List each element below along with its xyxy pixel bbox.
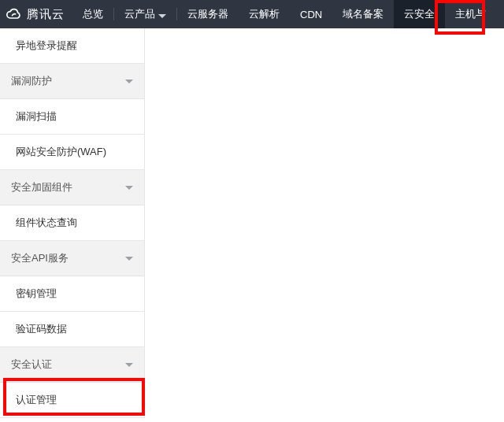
sidebar-item-label: 漏洞扫描 [16, 109, 57, 124]
chevron-down-icon [125, 186, 133, 190]
top-nav: 腾讯云 总览 云产品 云服务器 云解析 CDN 域名备案 云安全 主机与 [0, 0, 504, 28]
nav-items: 总览 云产品 云服务器 云解析 CDN 域名备案 云安全 主机与 [72, 0, 486, 28]
sidebar-item-label: 认证管理 [16, 393, 57, 407]
sidebar-group-vuln[interactable]: 漏洞防护 [0, 64, 144, 99]
sidebar-item-label: 密钥管理 [16, 287, 57, 301]
nav-cvm[interactable]: 云服务器 [177, 0, 239, 28]
nav-dns[interactable]: 云解析 [239, 0, 290, 28]
sidebar-group-harden[interactable]: 安全加固组件 [0, 170, 144, 205]
sidebar-item-label: 验证码数据 [16, 322, 67, 336]
sidebar-item-key-mgmt[interactable]: 密钥管理 [0, 276, 144, 312]
sidebar-group-auth[interactable]: 安全认证 [0, 347, 144, 383]
sidebar-item-remote-login[interactable]: 异地登录提醒 [0, 28, 144, 64]
sidebar-item-cert-mgmt[interactable]: 认证管理 [0, 383, 144, 418]
sidebar-group-label: 漏洞防护 [11, 74, 52, 88]
nav-security[interactable]: 云安全 [394, 0, 445, 28]
sidebar-item-component-status[interactable]: 组件状态查询 [0, 205, 144, 241]
chevron-down-icon [125, 257, 133, 261]
sidebar-item-captcha[interactable]: 验证码数据 [0, 312, 144, 347]
sidebar-item-vuln-scan[interactable]: 漏洞扫描 [0, 99, 144, 135]
nav-products[interactable]: 云产品 [114, 0, 176, 28]
nav-beian[interactable]: 域名备案 [332, 0, 394, 28]
sidebar-group-api[interactable]: 安全API服务 [0, 241, 144, 276]
sidebar-item-label: 组件状态查询 [16, 216, 77, 230]
nav-host[interactable]: 主机与 [445, 0, 486, 28]
chevron-down-icon [158, 9, 166, 20]
nav-cdn[interactable]: CDN [290, 0, 332, 28]
nav-overview[interactable]: 总览 [72, 0, 113, 28]
sidebar-group-label: 安全加固组件 [11, 180, 72, 194]
chevron-down-icon [125, 363, 133, 367]
sidebar-item-waf[interactable]: 网站安全防护(WAF) [0, 135, 144, 170]
chevron-down-icon [125, 80, 133, 83]
brand-text: 腾讯云 [27, 7, 65, 22]
sidebar: 异地登录提醒 漏洞防护 漏洞扫描 网站安全防护(WAF) 安全加固组件 组件状态… [0, 28, 145, 418]
cloud-icon [6, 6, 22, 22]
brand-logo[interactable]: 腾讯云 [0, 0, 72, 28]
sidebar-item-label: 异地登录提醒 [16, 39, 77, 53]
sidebar-item-label: 网站安全防护(WAF) [16, 145, 106, 159]
sidebar-group-label: 安全API服务 [11, 251, 69, 265]
sidebar-group-label: 安全认证 [11, 357, 52, 372]
